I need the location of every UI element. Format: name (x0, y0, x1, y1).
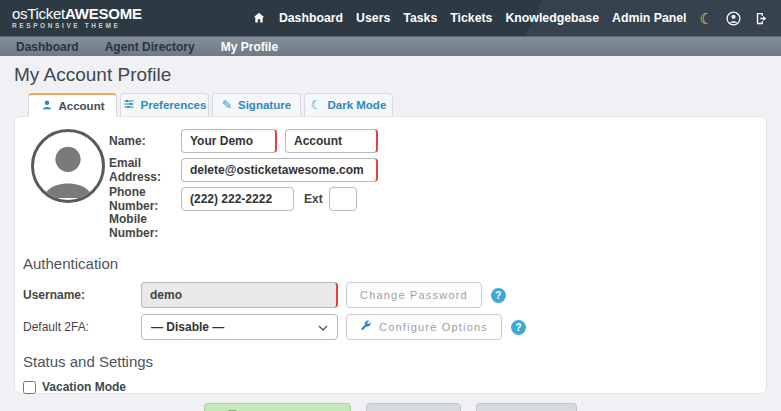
subnav-item-dashboard[interactable]: Dashboard (16, 40, 79, 54)
mobile-row: Mobile Number: (109, 216, 378, 236)
tab-preferences-label: Preferences (141, 99, 207, 111)
chevron-down-icon (318, 320, 328, 334)
tab-account[interactable]: Account (28, 93, 117, 117)
default-2fa-value: — Disable — (151, 320, 224, 334)
email-row: Email Address: (109, 158, 378, 182)
top-navigation: Dashboard Users Tasks Tickets Knowledgeb… (252, 11, 769, 26)
configure-options-button[interactable]: Configure Options (346, 314, 502, 340)
ext-label: Ext (304, 192, 323, 206)
default-2fa-help-icon[interactable]: ? (511, 320, 526, 335)
name-row: Name: (109, 129, 378, 153)
form-actions: Save Changes ▲ Reset ✕ Cancel (14, 403, 767, 411)
configure-options-label: Configure Options (379, 321, 488, 333)
brand-logo[interactable]: osTicketAWESOME RESPONSIVE THEME (12, 6, 142, 30)
topnav-item-tasks[interactable]: Tasks (403, 11, 437, 25)
username-label: Username: (23, 288, 141, 302)
username-input[interactable] (141, 282, 338, 308)
last-name-input[interactable] (285, 129, 378, 153)
default-2fa-row: Default 2FA: — Disable — Configure Optio… (23, 314, 766, 340)
contact-fields: Name: Email Address: Phone Number: Ext M… (109, 129, 378, 241)
profile-tabs: Account Preferences ✎ Signature ☾ Dark M… (28, 93, 767, 116)
sub-navigation: Dashboard Agent Directory My Profile (0, 36, 781, 56)
account-card: Name: Email Address: Phone Number: Ext M… (14, 116, 767, 394)
vacation-mode-label[interactable]: Vacation Mode (42, 380, 126, 394)
tab-signature[interactable]: ✎ Signature (212, 93, 301, 116)
account-person-icon (41, 99, 53, 113)
topnav-item-dashboard[interactable]: Dashboard (279, 11, 343, 25)
reset-button[interactable]: ▲ Reset (366, 403, 462, 411)
phone-label: Phone Number: (109, 185, 181, 213)
logout-icon[interactable] (754, 11, 769, 26)
username-row: Username: Change Password ? (23, 282, 766, 308)
cancel-button[interactable]: ✕ Cancel (476, 403, 577, 411)
home-icon[interactable] (252, 11, 266, 25)
tab-dark-mode-label: Dark Mode (327, 99, 386, 111)
phone-row: Phone Number: Ext (109, 187, 378, 211)
first-name-input[interactable] (181, 129, 277, 153)
brand-name: osTicket (12, 5, 65, 22)
email-label: Email Address: (109, 156, 181, 184)
page-content: My Account Profile Account Preferences ✎… (0, 64, 781, 411)
topnav-item-tickets[interactable]: Tickets (450, 11, 492, 25)
topnav-item-admin-panel[interactable]: Admin Panel (612, 11, 686, 25)
name-label: Name: (109, 134, 181, 148)
status-settings-heading: Status and Settings (23, 353, 766, 370)
brand-tagline: RESPONSIVE THEME (12, 23, 142, 30)
mobile-label: Mobile Number: (109, 212, 181, 240)
vacation-mode-row: Vacation Mode (23, 380, 766, 394)
tab-preferences[interactable]: Preferences (120, 93, 209, 116)
tab-account-label: Account (59, 100, 105, 112)
change-password-button[interactable]: Change Password (346, 282, 482, 308)
brand-name-bold: AWESOME (65, 5, 142, 22)
subnav-item-agent-directory[interactable]: Agent Directory (105, 40, 195, 54)
avatar (31, 129, 105, 203)
top-bar: osTicketAWESOME RESPONSIVE THEME Dashboa… (0, 0, 781, 36)
dark-mode-toggle-icon[interactable]: ☾ (700, 11, 713, 26)
username-help-icon[interactable]: ? (491, 288, 506, 303)
save-changes-button[interactable]: Save Changes (204, 403, 351, 411)
pen-icon: ✎ (222, 99, 232, 111)
phone-input[interactable] (181, 187, 294, 211)
sliders-icon (123, 98, 135, 112)
tab-dark-mode[interactable]: ☾ Dark Mode (304, 93, 393, 116)
topnav-item-knowledgebase[interactable]: Knowledgebase (505, 11, 599, 25)
subnav-item-my-profile[interactable]: My Profile (221, 40, 278, 54)
change-password-label: Change Password (360, 289, 468, 301)
topnav-item-users[interactable]: Users (356, 11, 390, 25)
default-2fa-select[interactable]: — Disable — (141, 314, 338, 340)
page-title: My Account Profile (14, 64, 767, 86)
vacation-mode-checkbox[interactable] (23, 381, 36, 394)
ext-input[interactable] (329, 187, 357, 211)
tab-signature-label: Signature (238, 99, 291, 111)
moon-icon: ☾ (311, 99, 322, 111)
profile-icon[interactable] (726, 11, 741, 26)
default-2fa-label: Default 2FA: (23, 320, 141, 334)
email-input[interactable] (181, 158, 378, 182)
wrench-icon (360, 320, 372, 334)
authentication-heading: Authentication (23, 255, 766, 272)
